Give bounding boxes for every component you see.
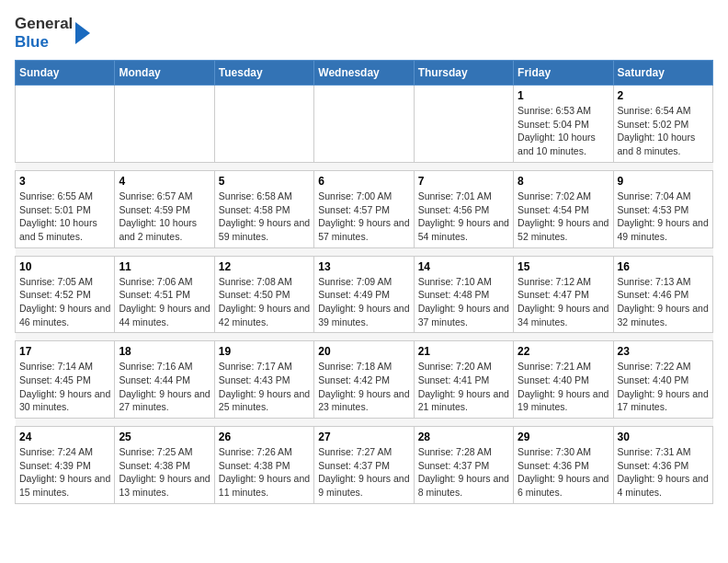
day-info: Sunrise: 7:01 AM Sunset: 4:56 PM Dayligh… (418, 190, 509, 244)
logo-arrow-icon (75, 22, 90, 44)
day-info: Sunrise: 6:53 AM Sunset: 5:04 PM Dayligh… (518, 104, 609, 158)
day-number: 18 (119, 345, 210, 358)
calendar-cell: 12Sunrise: 7:08 AM Sunset: 4:50 PM Dayli… (214, 256, 313, 333)
calendar-cell: 4Sunrise: 6:57 AM Sunset: 4:59 PM Daylig… (115, 170, 214, 247)
calendar-body: 1Sunrise: 6:53 AM Sunset: 5:04 PM Daylig… (16, 86, 713, 504)
calendar-cell: 24Sunrise: 7:24 AM Sunset: 4:39 PM Dayli… (16, 427, 115, 504)
calendar-cell: 18Sunrise: 7:16 AM Sunset: 4:44 PM Dayli… (115, 341, 214, 419)
day-number: 6 (318, 175, 409, 188)
column-header-saturday: Saturday (613, 61, 712, 86)
day-info: Sunrise: 7:17 AM Sunset: 4:43 PM Dayligh… (219, 360, 310, 414)
week-spacer (16, 162, 713, 170)
calendar-week-3: 10Sunrise: 7:05 AM Sunset: 4:52 PM Dayli… (16, 256, 713, 333)
calendar-cell: 23Sunrise: 7:22 AM Sunset: 4:40 PM Dayli… (613, 341, 712, 419)
week-spacer (16, 419, 713, 427)
day-info: Sunrise: 6:55 AM Sunset: 5:01 PM Dayligh… (19, 190, 110, 244)
day-number: 25 (119, 431, 210, 443)
calendar-cell: 19Sunrise: 7:17 AM Sunset: 4:43 PM Dayli… (214, 341, 313, 419)
day-number: 8 (518, 175, 609, 188)
day-info: Sunrise: 6:57 AM Sunset: 4:59 PM Dayligh… (119, 190, 210, 244)
calendar-cell: 17Sunrise: 7:14 AM Sunset: 4:45 PM Dayli… (16, 341, 115, 419)
calendar-cell: 26Sunrise: 7:26 AM Sunset: 4:38 PM Dayli… (214, 427, 313, 504)
calendar-cell: 2Sunrise: 6:54 AM Sunset: 5:02 PM Daylig… (613, 86, 712, 163)
calendar-cell: 7Sunrise: 7:01 AM Sunset: 4:56 PM Daylig… (414, 170, 513, 247)
day-number: 28 (418, 431, 509, 443)
calendar-cell: 30Sunrise: 7:31 AM Sunset: 4:36 PM Dayli… (613, 427, 712, 504)
day-info: Sunrise: 7:21 AM Sunset: 4:40 PM Dayligh… (518, 360, 609, 414)
day-number: 4 (119, 175, 210, 188)
day-number: 1 (518, 89, 609, 102)
calendar-cell (414, 86, 513, 163)
calendar-cell: 1Sunrise: 6:53 AM Sunset: 5:04 PM Daylig… (514, 86, 613, 163)
calendar-cell: 3Sunrise: 6:55 AM Sunset: 5:01 PM Daylig… (16, 170, 115, 247)
calendar-cell: 27Sunrise: 7:27 AM Sunset: 4:37 PM Dayli… (314, 427, 414, 504)
calendar-cell: 5Sunrise: 6:58 AM Sunset: 4:58 PM Daylig… (214, 170, 313, 247)
calendar-cell (115, 86, 214, 163)
day-info: Sunrise: 7:00 AM Sunset: 4:57 PM Dayligh… (318, 190, 409, 244)
day-number: 16 (618, 260, 709, 273)
day-info: Sunrise: 7:18 AM Sunset: 4:42 PM Dayligh… (318, 360, 409, 414)
week-spacer (16, 333, 713, 341)
calendar-cell: 16Sunrise: 7:13 AM Sunset: 4:46 PM Dayli… (613, 256, 712, 333)
calendar-week-1: 1Sunrise: 6:53 AM Sunset: 5:04 PM Daylig… (16, 86, 713, 163)
day-info: Sunrise: 7:31 AM Sunset: 4:36 PM Dayligh… (618, 445, 709, 500)
day-info: Sunrise: 7:20 AM Sunset: 4:41 PM Dayligh… (418, 360, 509, 414)
calendar-cell: 14Sunrise: 7:10 AM Sunset: 4:48 PM Dayli… (414, 256, 513, 333)
calendar-cell: 15Sunrise: 7:12 AM Sunset: 4:47 PM Dayli… (514, 256, 613, 333)
day-number: 17 (19, 345, 110, 358)
day-info: Sunrise: 7:30 AM Sunset: 4:36 PM Dayligh… (518, 445, 609, 500)
calendar-week-2: 3Sunrise: 6:55 AM Sunset: 5:01 PM Daylig… (16, 170, 713, 247)
day-number: 27 (318, 431, 409, 443)
day-info: Sunrise: 7:24 AM Sunset: 4:39 PM Dayligh… (19, 445, 110, 500)
calendar-cell: 21Sunrise: 7:20 AM Sunset: 4:41 PM Dayli… (414, 341, 513, 419)
column-header-friday: Friday (514, 61, 613, 86)
calendar-cell: 11Sunrise: 7:06 AM Sunset: 4:51 PM Dayli… (115, 256, 214, 333)
day-info: Sunrise: 7:25 AM Sunset: 4:38 PM Dayligh… (119, 445, 210, 500)
day-number: 30 (618, 431, 709, 443)
day-number: 13 (318, 260, 409, 273)
calendar-cell (214, 86, 313, 163)
day-number: 23 (618, 345, 709, 358)
day-info: Sunrise: 7:05 AM Sunset: 4:52 PM Dayligh… (19, 275, 110, 329)
logo-line1: General (15, 15, 73, 33)
calendar-cell: 25Sunrise: 7:25 AM Sunset: 4:38 PM Dayli… (115, 427, 214, 504)
day-info: Sunrise: 7:10 AM Sunset: 4:48 PM Dayligh… (418, 275, 509, 329)
column-header-tuesday: Tuesday (214, 61, 313, 86)
logo-line2: Blue (15, 33, 73, 52)
column-header-wednesday: Wednesday (314, 61, 414, 86)
day-number: 11 (119, 260, 210, 273)
calendar-week-5: 24Sunrise: 7:24 AM Sunset: 4:39 PM Dayli… (16, 427, 713, 504)
column-header-monday: Monday (115, 61, 214, 86)
calendar-cell: 8Sunrise: 7:02 AM Sunset: 4:54 PM Daylig… (514, 170, 613, 247)
day-number: 7 (418, 175, 509, 188)
day-info: Sunrise: 7:22 AM Sunset: 4:40 PM Dayligh… (618, 360, 709, 414)
day-info: Sunrise: 7:16 AM Sunset: 4:44 PM Dayligh… (119, 360, 210, 414)
day-number: 5 (219, 175, 310, 188)
day-info: Sunrise: 7:08 AM Sunset: 4:50 PM Dayligh… (219, 275, 310, 329)
day-number: 2 (618, 89, 709, 102)
day-info: Sunrise: 7:27 AM Sunset: 4:37 PM Dayligh… (318, 445, 409, 500)
day-number: 20 (318, 345, 409, 358)
day-number: 14 (418, 260, 509, 273)
calendar-cell: 6Sunrise: 7:00 AM Sunset: 4:57 PM Daylig… (314, 170, 414, 247)
day-number: 21 (418, 345, 509, 358)
calendar-cell: 13Sunrise: 7:09 AM Sunset: 4:49 PM Dayli… (314, 256, 414, 333)
calendar-table: SundayMondayTuesdayWednesdayThursdayFrid… (15, 60, 713, 504)
calendar-cell: 22Sunrise: 7:21 AM Sunset: 4:40 PM Dayli… (514, 341, 613, 419)
calendar-cell: 20Sunrise: 7:18 AM Sunset: 4:42 PM Dayli… (314, 341, 414, 419)
calendar-cell: 9Sunrise: 7:04 AM Sunset: 4:53 PM Daylig… (613, 170, 712, 247)
day-number: 29 (518, 431, 609, 443)
day-info: Sunrise: 7:26 AM Sunset: 4:38 PM Dayligh… (219, 445, 310, 500)
day-number: 12 (219, 260, 310, 273)
calendar-cell: 10Sunrise: 7:05 AM Sunset: 4:52 PM Dayli… (16, 256, 115, 333)
calendar-cell: 29Sunrise: 7:30 AM Sunset: 4:36 PM Dayli… (514, 427, 613, 504)
page-header: General Blue (15, 15, 713, 51)
logo: General Blue (15, 15, 90, 51)
day-info: Sunrise: 7:12 AM Sunset: 4:47 PM Dayligh… (518, 275, 609, 329)
calendar-week-4: 17Sunrise: 7:14 AM Sunset: 4:45 PM Dayli… (16, 341, 713, 419)
calendar-cell (16, 86, 115, 163)
day-number: 3 (19, 175, 110, 188)
day-number: 22 (518, 345, 609, 358)
day-info: Sunrise: 7:09 AM Sunset: 4:49 PM Dayligh… (318, 275, 409, 329)
day-info: Sunrise: 7:02 AM Sunset: 4:54 PM Dayligh… (518, 190, 609, 244)
